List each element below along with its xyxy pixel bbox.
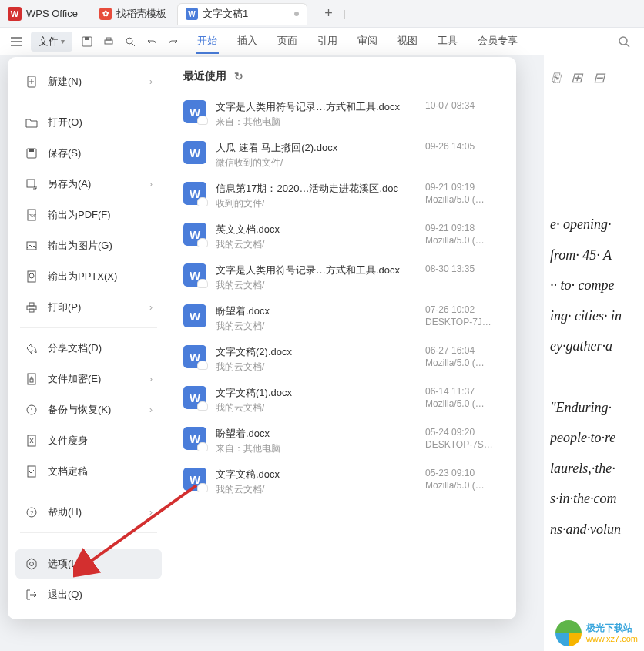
word-file-icon: W [183, 223, 206, 246]
file-device: Mozilla/5.0 (… [425, 235, 502, 246]
redo-icon[interactable] [166, 35, 180, 49]
document-text-line: from· 45· A [550, 240, 644, 271]
lock-file-icon [25, 372, 39, 386]
recent-file-item[interactable]: W盼望着.docx我的云文档/07-26 10:02DESKTOP-7J… [183, 298, 502, 339]
word-file-icon: W [183, 427, 206, 450]
document-text-line: e· opening· [550, 210, 644, 240]
tab-document[interactable]: W 文字文稿1 [177, 3, 307, 25]
ribbon-tab-0[interactable]: 开始 [196, 29, 219, 54]
file-menu-item-pdf[interactable]: PDF输出为PDF(F) [15, 200, 162, 230]
hamburger-icon[interactable] [6, 34, 26, 49]
file-source: 微信收到的文件/ [216, 156, 425, 169]
printer-icon [25, 300, 39, 314]
file-menu-item-save[interactable]: 保存(S) [15, 139, 162, 168]
chevron-down-icon: ▾ [61, 37, 65, 45]
recent-title: 最近使用 [183, 69, 226, 83]
svg-rect-19 [30, 379, 33, 382]
recent-file-item[interactable]: W文字文稿(2).docx我的云文档/06-27 16:04Mozilla/5.… [183, 339, 502, 380]
svg-rect-22 [28, 466, 35, 477]
file-name: 英文文档.docx [216, 223, 425, 237]
file-menu-item-backup[interactable]: 备份与恢复(K)› [15, 395, 162, 424]
file-menu-item-slim[interactable]: 文件瘦身 [15, 426, 162, 455]
unsaved-dot-icon [294, 12, 299, 16]
recent-file-item[interactable]: W文字文稿.docx我的云文档/05-23 09:10Mozilla/5.0 (… [183, 461, 502, 502]
recent-file-item[interactable]: W信息第17期：2020…活动走进花溪区.doc收到的文件/09-21 09:1… [183, 176, 502, 216]
ribbon-tab-4[interactable]: 审阅 [356, 29, 379, 54]
file-source: 我的云文档/ [216, 238, 425, 251]
file-menu-item-saveas[interactable]: 另存为(A)› [15, 169, 162, 199]
file-device: DESKTOP-7J… [425, 317, 502, 327]
file-device: DESKTOP-7S… [425, 439, 502, 450]
floppy-icon [25, 146, 39, 160]
menu-separator [20, 492, 157, 492]
refresh-icon[interactable]: ↻ [234, 70, 243, 82]
file-menu-button[interactable]: 文件 ▾ [31, 32, 72, 52]
save-quick-icon[interactable] [80, 35, 94, 49]
file-time: 05-23 09:10 [425, 468, 502, 478]
file-menu-item-options[interactable]: 选项(L) [15, 549, 162, 579]
svg-point-14 [29, 273, 34, 278]
file-name: 文字文稿(2).docx [216, 345, 425, 359]
template-icon: ✿ [99, 8, 112, 20]
preview-quick-icon[interactable] [123, 35, 137, 49]
document-text-line: laurels,·the· [550, 454, 644, 485]
word-file-icon: W [183, 304, 206, 327]
file-menu-item-image[interactable]: 输出为图片(G) [15, 231, 162, 260]
recent-file-item[interactable]: W文字是人类用符号记录…方式和工具.docx来自：其他电脑10-07 08:34 [183, 94, 502, 135]
chevron-right-icon: › [149, 179, 153, 190]
document-text-line: people·to·re [550, 423, 644, 454]
watermark-text-2: www.xz7.com [586, 634, 638, 644]
recent-file-item[interactable]: W英文文档.docx我的云文档/09-21 09:18Mozilla/5.0 (… [183, 216, 502, 257]
clock-restore-icon [25, 403, 39, 417]
ribbon-tab-2[interactable]: 页面 [276, 29, 299, 54]
recent-file-item[interactable]: W大瓜 速看 马上撤回(2).docx微信收到的文件/09-26 14:05 [183, 135, 502, 176]
svg-rect-16 [29, 303, 34, 306]
recent-file-item[interactable]: W盼望着.docx来自：其他电脑05-24 09:20DESKTOP-7S… [183, 421, 502, 461]
file-menu-item-open[interactable]: 打开(O) [15, 108, 162, 137]
file-menu-item-encrypt[interactable]: 文件加密(E)› [15, 364, 162, 394]
file-menu-item-finalize[interactable]: 文档定稿 [15, 457, 162, 486]
document-text-line: ey·gather·a [550, 331, 644, 362]
svg-rect-8 [29, 149, 34, 152]
ribbon-tab-3[interactable]: 引用 [316, 29, 339, 54]
tab-label: 文字文稿1 [203, 7, 248, 21]
undo-icon[interactable] [145, 35, 159, 49]
svg-rect-13 [28, 271, 35, 282]
file-menu-item-print[interactable]: 打印(P)› [15, 293, 162, 322]
file-name: 盼望着.docx [216, 427, 425, 441]
file-time: 09-26 14:05 [425, 141, 502, 152]
menu-item-label: 另存为(A) [48, 177, 91, 191]
ribbon-tab-1[interactable]: 插入 [236, 29, 259, 54]
svg-text:?: ? [30, 509, 34, 516]
file-menu-item-share[interactable]: 分享文档(D) [15, 334, 162, 363]
file-menu-item-new[interactable]: 新建(N)› [15, 67, 162, 96]
recent-header: 最近使用 ↻ [183, 69, 502, 83]
watermark: 极光下载站 www.xz7.com [555, 620, 638, 646]
chevron-right-icon: › [149, 76, 153, 87]
print-quick-icon[interactable] [102, 35, 116, 49]
file-menu-item-exit[interactable]: 退出(Q) [15, 580, 162, 609]
ribbon-tab-6[interactable]: 工具 [436, 29, 459, 54]
title-bar: W WPS Office ✿ 找稻壳模板 W 文字文稿1 + | [0, 0, 644, 28]
svg-rect-2 [105, 40, 112, 44]
ribbon-tab-5[interactable]: 视图 [396, 29, 419, 54]
file-menu-list: 新建(N)›打开(O)保存(S)另存为(A)›PDF输出为PDF(F)输出为图片… [8, 57, 169, 619]
file-menu-item-help[interactable]: ?帮助(H)› [15, 498, 162, 527]
search-icon[interactable] [610, 35, 638, 48]
menu-item-label: 保存(S) [48, 146, 81, 160]
ribbon-tab-7[interactable]: 会员专享 [476, 29, 519, 54]
recent-file-item[interactable]: W文字是人类用符号记录…方式和工具.docx我的云文档/08-30 13:35 [183, 257, 502, 298]
tab-templates[interactable]: ✿ 找稻壳模板 [92, 3, 174, 25]
document-text-line: ing· cities· in [550, 301, 644, 332]
ribbon-tabs: 开始插入页面引用审阅视图工具会员专享 [196, 29, 519, 54]
file-device: Mozilla/5.0 (… [425, 194, 502, 205]
share-icon [25, 341, 39, 355]
add-tab-button[interactable]: + [318, 5, 339, 22]
file-device: Mozilla/5.0 (… [425, 398, 502, 409]
recent-file-item[interactable]: W文字文稿(1).docx我的云文档/06-14 11:37Mozilla/5.… [183, 380, 502, 421]
word-file-icon: W [183, 468, 206, 491]
svg-point-25 [30, 562, 34, 566]
file-source: 我的云文档/ [216, 401, 425, 414]
watermark-text-1: 极光下载站 [586, 622, 638, 633]
file-menu-item-pptx[interactable]: 输出为PPTX(X) [15, 262, 162, 291]
